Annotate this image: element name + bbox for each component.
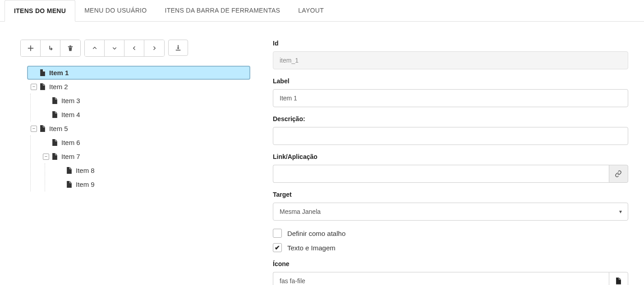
file-icon (40, 69, 46, 76)
file-icon (40, 125, 46, 132)
move-up-button[interactable] (85, 40, 105, 56)
delete-button[interactable] (60, 40, 80, 56)
tree-item-7[interactable]: − Item 7 (39, 149, 250, 163)
tree-item-label: Item 1 (49, 69, 69, 77)
collapse-toggle[interactable]: − (43, 154, 49, 160)
move-down-button[interactable] (105, 40, 124, 56)
icon-preview[interactable] (609, 272, 628, 285)
tree-item-9[interactable]: Item 9 (54, 177, 250, 191)
tree-item-6[interactable]: Item 6 (39, 136, 250, 149)
icon-field[interactable] (273, 272, 609, 285)
tab-menu-items[interactable]: ITENS DO MENU (5, 0, 75, 22)
tree-item-5[interactable]: − Item 5 (27, 122, 250, 136)
tree-item-4[interactable]: Item 4 (39, 108, 250, 122)
tabs-bar: ITENS DO MENU MENU DO USUÁRIO ITENS DA B… (0, 0, 644, 22)
text-image-label: Texto e Imagem (287, 244, 336, 252)
file-icon (52, 111, 58, 118)
link-icon (615, 170, 622, 177)
icon-label: Ícone (273, 260, 628, 267)
tree-item-2[interactable]: − Item 2 (27, 80, 250, 94)
add-child-button[interactable] (41, 40, 60, 56)
download-icon (175, 45, 181, 51)
file-icon (40, 83, 46, 90)
file-icon (66, 167, 72, 174)
tree-item-label: Item 2 (49, 83, 68, 90)
id-field (273, 51, 628, 69)
tree-item-label: Item 5 (49, 125, 68, 132)
description-label: Descrição: (273, 115, 628, 122)
link-label: Link/Aplicação (273, 153, 628, 160)
tree-item-8[interactable]: Item 8 (54, 163, 250, 177)
properties-panel: Id Label Descrição: Link/Aplicação Targe… (273, 40, 637, 285)
tree-item-3[interactable]: Item 3 (39, 94, 250, 108)
chevron-up-icon (92, 45, 97, 51)
shortcut-label: Definir como atalho (287, 230, 345, 237)
id-label: Id (273, 40, 628, 47)
indent-arrow-icon (47, 45, 54, 51)
add-button[interactable] (21, 40, 41, 56)
label-field[interactable] (273, 89, 628, 107)
file-icon (52, 139, 58, 146)
tree-toolbar (20, 40, 250, 57)
target-label: Target (273, 191, 628, 198)
file-icon (616, 277, 621, 285)
tree-item-label: Item 9 (76, 181, 95, 188)
link-picker-button[interactable] (609, 165, 628, 183)
chevron-left-icon (132, 45, 137, 51)
label-label: Label (273, 77, 628, 85)
tree-item-label: Item 7 (61, 153, 80, 160)
tab-toolbar-items[interactable]: ITENS DA BARRA DE FERRAMENTAS (156, 0, 289, 21)
target-select[interactable] (273, 203, 628, 221)
tree-item-label: Item 8 (76, 167, 95, 174)
menu-tree: Item 1 − Item 2 Item 3 (20, 66, 250, 191)
collapse-toggle[interactable]: − (31, 84, 37, 90)
file-icon (66, 181, 72, 188)
tree-item-1[interactable]: Item 1 (27, 66, 250, 80)
collapse-toggle[interactable]: − (31, 126, 37, 132)
tab-user-menu[interactable]: MENU DO USUÁRIO (75, 0, 156, 21)
tree-item-label: Item 6 (61, 139, 80, 146)
plus-icon (28, 45, 34, 51)
tree-panel: Item 1 − Item 2 Item 3 (20, 40, 250, 285)
file-icon (52, 97, 58, 104)
text-image-checkbox[interactable] (273, 243, 282, 252)
file-icon (52, 153, 58, 160)
shortcut-checkbox[interactable] (273, 229, 282, 238)
tree-item-label: Item 3 (61, 97, 80, 104)
tab-layout[interactable]: LAYOUT (289, 0, 333, 21)
move-right-button[interactable] (144, 40, 164, 56)
link-field[interactable] (273, 165, 609, 183)
chevron-down-icon (112, 45, 117, 51)
import-button[interactable] (168, 40, 188, 56)
trash-icon (67, 45, 74, 51)
tree-item-label: Item 4 (61, 111, 80, 118)
move-left-button[interactable] (124, 40, 144, 56)
description-field[interactable] (273, 127, 628, 145)
chevron-right-icon (152, 45, 157, 51)
